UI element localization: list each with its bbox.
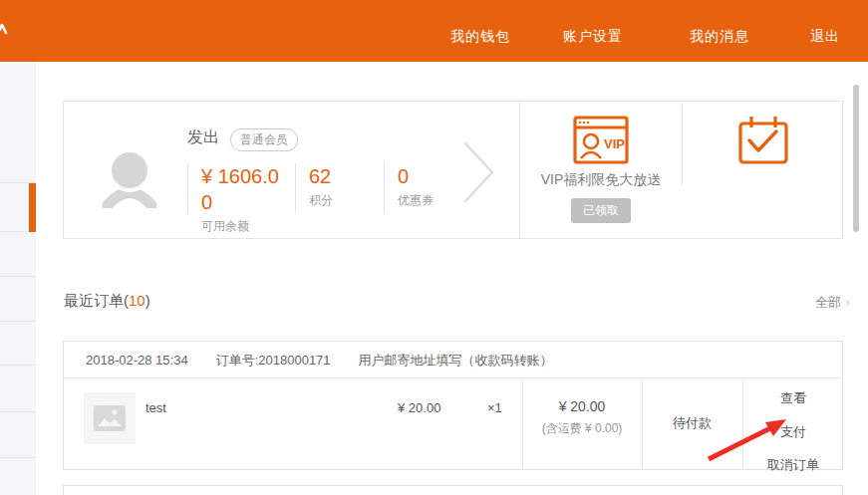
pay-order-link[interactable]: 支付	[742, 423, 844, 441]
account-stats: ¥ 1606.00 可用余额 62 积分 0 优惠券	[187, 161, 478, 235]
product-quantity: ×1	[487, 400, 502, 415]
order-note: 用户邮寄地址填写（收款码转账）	[359, 342, 553, 377]
order-actions: 查看 支付 取消订单	[742, 378, 844, 474]
user-info-card: 发出 普通会员 ¥ 1606.00 可用余额 62 积分 0 优惠券	[63, 101, 843, 239]
product-thumbnail[interactable]	[84, 392, 136, 444]
nav-my-wallet[interactable]: 我的钱包	[450, 28, 510, 46]
orders-title-prefix: 最近订单(	[64, 292, 129, 309]
sidebar-item[interactable]	[0, 232, 36, 277]
view-order-link[interactable]: 查看	[742, 389, 844, 407]
order-header: 2018-02-28 15:34 订单号:2018000171 用户邮寄地址填写…	[64, 342, 842, 378]
sidebar-item[interactable]	[0, 412, 36, 458]
top-header: 我的钱包 账户设置 我的消息 退出	[0, 0, 868, 62]
points-label: 积分	[309, 192, 384, 209]
vip-claimed-button[interactable]: 已领取	[571, 198, 631, 223]
balance-label: 可用余额	[201, 218, 295, 235]
product-price: ¥ 20.00	[398, 400, 440, 415]
balance-value: ¥ 1606.00	[201, 163, 289, 215]
product-name[interactable]: test	[145, 400, 166, 415]
vip-promo-text: VIP福利限免大放送	[520, 171, 682, 189]
order-total-cell: ¥ 20.00 (含运费 ¥ 0.00)	[522, 378, 642, 437]
user-avatar-icon	[102, 148, 157, 208]
order-total: ¥ 20.00	[522, 398, 642, 414]
member-level-badge: 普通会员	[230, 128, 298, 151]
vip-icon-label: VIP	[604, 136, 625, 151]
checkin-panel	[683, 102, 844, 238]
nav-my-messages[interactable]: 我的消息	[690, 28, 749, 46]
username: 发出	[187, 127, 219, 148]
vip-browser-icon: VIP	[573, 116, 629, 164]
stat-points: 62 积分	[295, 161, 384, 209]
nav-logout[interactable]: 退出	[810, 28, 840, 46]
sidebar-item[interactable]	[0, 277, 36, 322]
view-all-label: 全部	[815, 295, 841, 310]
sidebar-item[interactable]	[0, 322, 36, 366]
order-number: 订单号:2018000171	[216, 342, 331, 377]
scrollbar-thumb[interactable]	[853, 85, 859, 232]
points-value: 62	[309, 163, 384, 189]
account-page: 我的钱包 账户设置 我的消息 退出 发出 普通会员 ¥ 1606.00 可用余额	[0, 0, 868, 495]
order-row-partial	[63, 485, 843, 495]
sidebar-item[interactable]	[0, 458, 36, 495]
order-row: 2018-02-28 15:34 订单号:2018000171 用户邮寄地址填写…	[63, 341, 843, 470]
logo-mark-icon	[0, 22, 11, 42]
vip-promo-panel[interactable]: VIP VIP福利限免大放送 已领取	[520, 102, 682, 238]
image-placeholder-icon	[84, 392, 136, 444]
nav-account-settings[interactable]: 账户设置	[563, 28, 623, 46]
chevron-right-icon: ›	[845, 293, 850, 310]
sidebar-item[interactable]	[0, 62, 36, 183]
cancel-order-link[interactable]: 取消订单	[742, 456, 844, 474]
calendar-check-icon[interactable]	[737, 115, 789, 166]
orders-title-suffix: )	[145, 292, 150, 309]
stat-balance: ¥ 1606.00 可用余额	[187, 161, 295, 235]
sidebar-item[interactable]	[0, 366, 36, 412]
shipping-note: (含运费 ¥ 0.00)	[522, 420, 642, 437]
chevron-right-icon[interactable]	[462, 141, 496, 203]
order-status: 待付款	[642, 414, 742, 432]
view-all-orders-link[interactable]: 全部›	[815, 293, 850, 312]
recent-orders-title: 最近订单(10)	[64, 292, 150, 311]
orders-count: 10	[129, 292, 145, 309]
order-body: test ¥ 20.00 ×1 ¥ 20.00 (含运费 ¥ 0.00) 待付款…	[64, 378, 842, 470]
order-datetime: 2018-02-28 15:34	[86, 342, 188, 377]
sidebar	[0, 62, 36, 495]
sidebar-active-indicator	[29, 183, 36, 232]
